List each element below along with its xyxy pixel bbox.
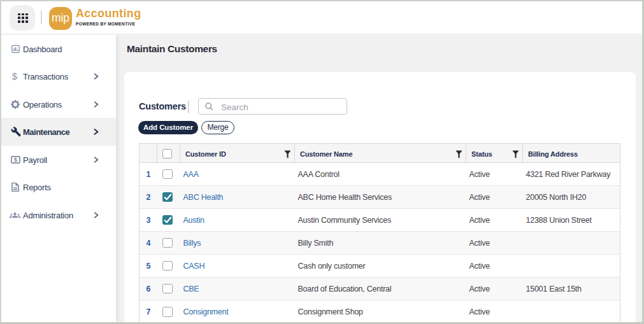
svg-text:$: $ [13,156,17,163]
